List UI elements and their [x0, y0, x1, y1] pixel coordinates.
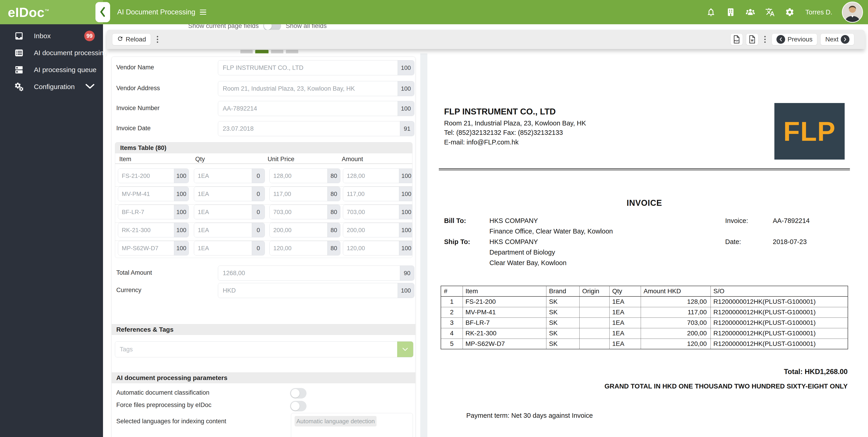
item-input[interactable]: [118, 205, 174, 219]
back-button[interactable]: [95, 2, 110, 22]
sidebar-item-ai-processing-queue[interactable]: AI processing queue: [0, 61, 103, 78]
doc-table-row: 4RK-21-300SK1EA200,00R1200000012HK(PLUST…: [441, 328, 848, 339]
qty-input[interactable]: [194, 241, 252, 255]
currency-field: 100: [218, 283, 414, 298]
doc-bill-to-label: Bill To:: [444, 217, 466, 225]
items-table: Items Table (80) Item Qty Unit Price Amo…: [115, 142, 412, 258]
page-indicator-strip: [240, 50, 298, 53]
sidebar-item-ai-document-processing[interactable]: AI document processing: [0, 44, 103, 61]
translate-language-icon[interactable]: [765, 7, 775, 17]
confidence-badge: 80: [327, 241, 340, 255]
invoice-number-label: Invoice Number: [116, 104, 159, 112]
panel-scrollbar[interactable]: [420, 53, 427, 437]
qty-input[interactable]: [194, 169, 252, 183]
menu-icon[interactable]: [200, 10, 206, 15]
inbox-icon: [14, 31, 24, 41]
indexing-languages-label: Selected languages for indexing content: [116, 418, 226, 425]
next-page-button[interactable]: Next: [820, 33, 854, 45]
unit-price-input[interactable]: [270, 241, 327, 255]
tags-input[interactable]: [115, 342, 397, 357]
logo-block: eIDoc™: [0, 0, 103, 24]
currency-label: Currency: [116, 287, 142, 294]
qty-cell: 0: [194, 187, 265, 201]
previous-page-button[interactable]: Previous: [772, 33, 817, 45]
amount-input[interactable]: [343, 205, 399, 219]
tags-dropdown-button[interactable]: [397, 342, 413, 357]
sidebar-item-configuration[interactable]: Configuration: [0, 78, 103, 95]
page-segment[interactable]: [240, 50, 253, 53]
document-more-options-icon[interactable]: [764, 36, 766, 43]
app-logo-text: eIDoc: [8, 5, 44, 20]
page-segment-active[interactable]: [255, 50, 269, 53]
force-preprocessing-toggle[interactable]: [290, 401, 307, 411]
page-title: AI Document Processing: [117, 8, 195, 16]
reload-button[interactable]: Reload: [112, 33, 151, 45]
horizontal-rule: [439, 168, 850, 170]
qty-input[interactable]: [194, 205, 252, 219]
confidence-badge: 100: [399, 223, 412, 237]
force-preprocessing-label: Force files preprocessing by eIDoc: [116, 402, 212, 409]
invoice-date-input[interactable]: [218, 121, 400, 136]
unit-price-input[interactable]: [270, 187, 327, 201]
doc-col-brand: Brand: [546, 286, 579, 296]
doc-invoice-number-label: Invoice:: [725, 217, 748, 225]
currency-input[interactable]: [218, 283, 398, 298]
export-word-button[interactable]: W: [746, 33, 758, 45]
amount-input[interactable]: [343, 187, 399, 201]
qty-input[interactable]: [194, 187, 252, 201]
app-logo[interactable]: eIDoc™: [8, 5, 49, 20]
company-logo: FLP: [774, 103, 845, 160]
page-segment[interactable]: [286, 50, 298, 53]
item-input[interactable]: [118, 223, 174, 237]
vendor-name-input[interactable]: [218, 60, 398, 75]
confidence-badge: 100: [399, 187, 412, 201]
toggle-knob: [264, 24, 272, 30]
doc-date-value: 2018-07-23: [773, 238, 807, 246]
chevron-left-circle-icon: [776, 35, 785, 44]
item-input[interactable]: [118, 169, 174, 183]
notifications-bell-icon[interactable]: [706, 7, 716, 17]
toolbar: Reload PDF W Previous Next: [107, 30, 865, 49]
doc-invoice-number-value: AA-7892214: [773, 217, 810, 225]
confidence-badge: 80: [327, 169, 340, 183]
confidence-badge: 90: [400, 266, 414, 280]
doc-items-table: # Item Brand Origin Qty Amount HKD S/O 1…: [441, 286, 848, 349]
export-pdf-button[interactable]: PDF: [731, 33, 743, 45]
item-cell: 100: [118, 241, 189, 255]
svg-text:W: W: [751, 39, 754, 42]
vendor-name-field: 100: [218, 60, 414, 75]
organization-building-icon[interactable]: [725, 7, 736, 17]
amount-input[interactable]: [343, 223, 399, 237]
amount-input[interactable]: [343, 169, 399, 183]
indexing-languages-field[interactable]: Automatic language detection: [291, 413, 413, 437]
page-segment[interactable]: [271, 50, 283, 53]
more-options-icon[interactable]: [157, 36, 158, 43]
invoice-date-label: Invoice Date: [116, 125, 151, 132]
qty-input[interactable]: [194, 223, 252, 237]
vendor-address-label: Vendor Address: [116, 85, 160, 92]
vendor-address-input[interactable]: [218, 81, 398, 96]
amount-cell: 100: [343, 187, 412, 201]
unit-price-input[interactable]: [270, 223, 327, 237]
amount-input[interactable]: [343, 241, 399, 255]
unit-price-input[interactable]: [270, 205, 327, 219]
item-input[interactable]: [118, 241, 174, 255]
users-group-icon[interactable]: [745, 7, 755, 17]
inbox-count-badge: 99: [84, 31, 95, 41]
total-amount-input[interactable]: [218, 266, 400, 280]
column-header-qty: Qty: [195, 156, 205, 163]
doc-table-row: 5MP-S62W-D7SK1EA120,00R1200000012HK(PLUS…: [441, 339, 848, 349]
item-cell: 100: [118, 168, 189, 183]
invoice-number-input[interactable]: [218, 101, 398, 116]
confidence-badge: 100: [174, 187, 189, 201]
sidebar-item-inbox[interactable]: Inbox 99: [0, 28, 103, 44]
previous-label: Previous: [787, 36, 812, 43]
settings-gear-icon[interactable]: [785, 7, 795, 17]
fields-scope-toggle[interactable]: [263, 24, 281, 30]
trademark-mark: ™: [44, 8, 49, 13]
doc-col-amount: Amount HKD: [641, 286, 711, 296]
item-input[interactable]: [118, 187, 174, 201]
unit-price-input[interactable]: [270, 169, 327, 183]
auto-classification-toggle[interactable]: [290, 388, 307, 399]
user-avatar[interactable]: [842, 2, 863, 23]
